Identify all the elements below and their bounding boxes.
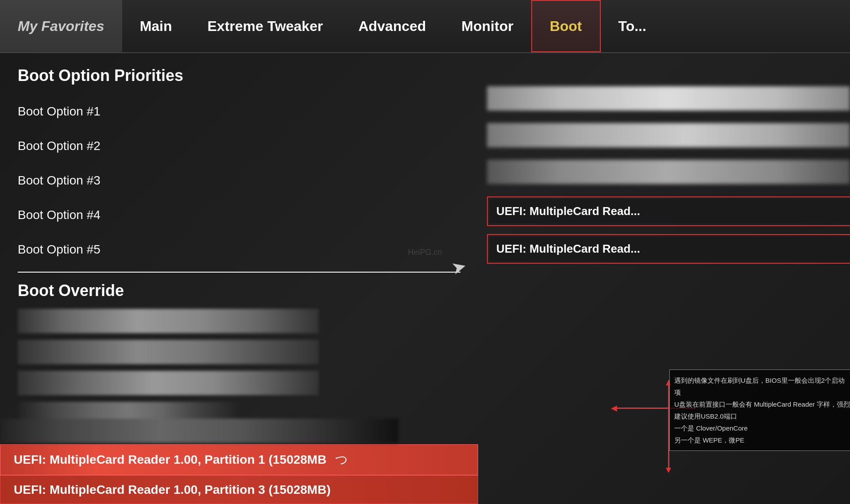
top-navigation: My Favorites Main Extreme Tweaker Advanc… bbox=[0, 0, 850, 53]
boot-option-row-1: Boot Option #1 bbox=[18, 98, 460, 125]
override-item-3[interactable] bbox=[18, 371, 460, 395]
nav-item-advanced[interactable]: Advanced bbox=[340, 0, 444, 52]
nav-item-favorites[interactable]: My Favorites bbox=[0, 0, 122, 52]
override-item-1[interactable] bbox=[18, 309, 460, 333]
highlighted-boot-item-2-text: UEFI: MultipleCard Reader 1.00, Partitio… bbox=[14, 483, 331, 497]
boot-option-3-label: Boot Option #3 bbox=[18, 173, 239, 188]
boot-option-5-label: Boot Option #5 bbox=[18, 242, 239, 257]
highlighted-boot-item-1-text: UEFI: MultipleCard Reader 1.00, Partitio… bbox=[14, 453, 326, 467]
boot-option-5-value-bordered[interactable]: UEFI: MultipleCard Read... bbox=[487, 234, 850, 264]
boot-option-2-value[interactable] bbox=[487, 123, 850, 147]
bottom-highlighted-section: UEFI: MultipleCard Reader 1.00, Partitio… bbox=[0, 419, 478, 504]
section-title: Boot Option Priorities bbox=[18, 66, 460, 85]
right-panel: UEFI: MultipleCard Read... UEFI: Multipl… bbox=[478, 53, 850, 504]
boot-option-row-5: Boot Option #5 bbox=[18, 236, 460, 263]
boot-option-row-4: Boot Option #4 bbox=[18, 202, 460, 228]
nav-item-main[interactable]: Main bbox=[122, 0, 190, 52]
nav-item-extreme-tweaker[interactable]: Extreme Tweaker bbox=[190, 0, 341, 52]
nav-item-boot[interactable]: Boot bbox=[531, 0, 601, 52]
boot-option-4-label: Boot Option #4 bbox=[18, 208, 239, 222]
highlighted-boot-item-1[interactable]: UEFI: MultipleCard Reader 1.00, Partitio… bbox=[0, 444, 478, 475]
boot-override-title: Boot Override bbox=[18, 281, 460, 300]
nav-item-monitor[interactable]: Monitor bbox=[444, 0, 531, 52]
nav-item-tool[interactable]: To... bbox=[601, 0, 664, 52]
highlighted-boot-item-2[interactable]: UEFI: MultipleCard Reader 1.00, Partitio… bbox=[0, 475, 478, 504]
section-divider bbox=[18, 272, 460, 273]
boot-option-1-value[interactable] bbox=[487, 86, 850, 111]
boot-option-row-2: Boot Option #2 bbox=[18, 133, 460, 159]
boot-option-row-3: Boot Option #3 bbox=[18, 167, 460, 194]
override-item-2[interactable] bbox=[18, 340, 460, 364]
boot-option-3-value[interactable] bbox=[487, 160, 850, 184]
bottom-blurred-item[interactable] bbox=[0, 419, 398, 443]
boot-option-4-value-bordered[interactable]: UEFI: MultipleCard Read... bbox=[487, 196, 850, 226]
annotation-box: 遇到的镜像文件在刷到U盘后，BIOS里一般会出现2个启动项 U盘装在前置接口一般… bbox=[669, 369, 850, 451]
boot-option-2-label: Boot Option #2 bbox=[18, 139, 239, 153]
boot-option-1-label: Boot Option #1 bbox=[18, 104, 239, 119]
